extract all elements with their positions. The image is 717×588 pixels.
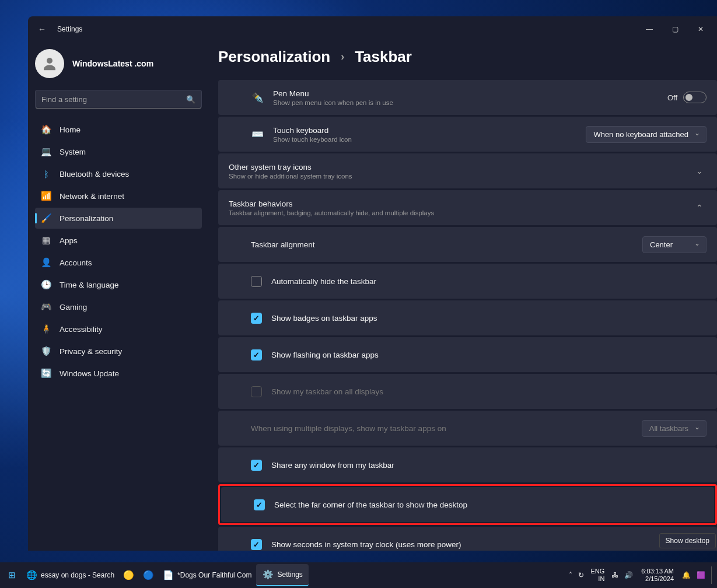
svg-point-0 [47, 58, 53, 64]
nav-home[interactable]: 🏠Home [35, 119, 202, 140]
seconds-checkbox[interactable] [251, 539, 262, 550]
back-button[interactable]: ← [32, 24, 53, 34]
copilot-icon[interactable]: 🟪 [697, 571, 705, 579]
nav-accounts[interactable]: 👤Accounts [35, 252, 202, 273]
main-content: Personalization › Taskbar ✒️ Pen Menu Sh… [209, 42, 717, 551]
row-show-badges[interactable]: Show badges on taskbar apps [218, 300, 717, 335]
volume-icon[interactable]: 🔊 [624, 571, 633, 579]
keyboard-icon: ⌨️ [251, 128, 264, 141]
clock-icon: 🕒 [41, 279, 51, 290]
pen-icon: ✒️ [251, 92, 264, 104]
row-multi-displays: When using multiple displays, show my ta… [218, 411, 717, 446]
sync-icon[interactable]: ↻ [578, 571, 584, 579]
pen-menu-toggle[interactable] [683, 92, 706, 103]
far-corner-checkbox[interactable] [254, 499, 265, 510]
close-button[interactable]: ✕ [688, 25, 713, 33]
sidebar: WindowsLatest .com 🔍 🏠Home 💻System ᛒBlue… [28, 42, 209, 551]
alignment-dropdown[interactable]: Center [642, 236, 706, 253]
tb-chrome-canary[interactable]: 🟡 [119, 564, 138, 586]
minimize-button[interactable]: — [636, 25, 662, 33]
show-desktop-edge[interactable] [711, 566, 715, 584]
chrome-icon: 🔵 [142, 569, 154, 581]
share-any-checkbox[interactable] [251, 460, 262, 471]
edge-icon: 🌐 [26, 569, 37, 581]
nav-accessibility[interactable]: 🧍Accessibility [35, 318, 202, 340]
tray-chevron-icon[interactable]: ˄ [569, 571, 572, 579]
nav-update[interactable]: 🔄Windows Update [35, 363, 202, 384]
update-icon: 🔄 [41, 368, 51, 379]
avatar [35, 49, 64, 78]
chevron-right-icon: › [341, 51, 344, 63]
row-show-seconds[interactable]: Show seconds in system tray clock (uses … [218, 527, 717, 551]
search-icon: 🔍 [186, 95, 195, 104]
tb-settings[interactable]: ⚙️Settings [256, 564, 308, 586]
nav-system[interactable]: 💻System [35, 141, 202, 162]
clock[interactable]: 6:03:13 AM 2/15/2024 [639, 568, 676, 583]
accounts-icon: 👤 [41, 257, 51, 268]
row-taskbar-behaviors[interactable]: Taskbar behaviors Taskbar alignment, bad… [218, 190, 717, 225]
nav-privacy[interactable]: 🛡️Privacy & security [35, 341, 202, 362]
auto-hide-checkbox[interactable] [251, 276, 262, 287]
start-button[interactable]: ⊞ [2, 564, 21, 586]
system-tray: ˄ ↻ ENG IN 🖧 🔊 6:03:13 AM 2/15/2024 🔔 🟪 [569, 566, 715, 584]
language-indicator[interactable]: ENG IN [590, 568, 606, 583]
system-icon: 💻 [41, 146, 51, 157]
row-touch-keyboard[interactable]: ⌨️ Touch keyboard Show touch keyboard ic… [218, 117, 717, 152]
row-share-any-window[interactable]: Share any window from my taskbar [218, 447, 717, 482]
nav-bluetooth[interactable]: ᛒBluetooth & devices [35, 163, 202, 184]
show-desktop-tooltip: Show desktop [659, 533, 716, 548]
nav-gaming[interactable]: 🎮Gaming [35, 296, 202, 317]
tb-notepad[interactable]: 📄*Dogs Our Faithful Com [159, 564, 255, 586]
shield-icon: 🛡️ [41, 346, 51, 356]
chrome-canary-icon: 🟡 [123, 569, 134, 581]
breadcrumb-current: Taskbar [355, 48, 412, 66]
row-far-corner[interactable]: Select the far corner of the taskbar to … [221, 487, 714, 522]
row-show-flashing[interactable]: Show flashing on taskbar apps [218, 337, 717, 372]
window-title: Settings [57, 25, 82, 33]
nav-apps[interactable]: ▦Apps [35, 230, 202, 251]
tb-chrome[interactable]: 🔵 [139, 564, 158, 586]
badges-checkbox[interactable] [251, 313, 262, 324]
notepad-icon: 📄 [162, 569, 174, 581]
search-box[interactable]: 🔍 [35, 90, 202, 108]
all-displays-checkbox [251, 386, 262, 397]
breadcrumb: Personalization › Taskbar [218, 42, 717, 80]
profile[interactable]: WindowsLatest .com [35, 42, 202, 90]
nav: 🏠Home 💻System ᛒBluetooth & devices 📶Netw… [35, 119, 202, 384]
row-taskbar-alignment: Taskbar alignment Center [218, 227, 717, 262]
tb-edge[interactable]: 🌐essay on dogs - Search [22, 564, 118, 586]
notification-icon[interactable]: 🔔 [682, 571, 691, 579]
gaming-icon: 🎮 [41, 302, 51, 312]
accessibility-icon: 🧍 [41, 324, 51, 334]
nav-network[interactable]: 📶Network & internet [35, 186, 202, 206]
wifi-icon: 📶 [41, 191, 51, 201]
touch-keyboard-dropdown[interactable]: When no keyboard attached [586, 126, 706, 143]
windows-icon: ⊞ [6, 569, 18, 581]
multi-displays-dropdown: All taskbars [642, 420, 706, 437]
gear-icon: ⚙️ [262, 569, 274, 580]
nav-time[interactable]: 🕒Time & language [35, 274, 202, 295]
taskbar: ⊞ 🌐essay on dogs - Search 🟡 🔵 📄*Dogs Our… [0, 562, 717, 588]
network-icon[interactable]: 🖧 [611, 571, 618, 579]
titlebar: ← Settings — ▢ ✕ [28, 16, 717, 42]
bluetooth-icon: ᛒ [41, 169, 51, 179]
profile-name: WindowsLatest .com [72, 59, 153, 68]
chevron-down-icon: ⌄ [692, 166, 706, 176]
apps-icon: ▦ [41, 235, 51, 246]
paint-icon: 🖌️ [41, 213, 51, 223]
settings-window: ← Settings — ▢ ✕ WindowsLatest .com 🔍 🏠H… [28, 16, 717, 551]
chevron-up-icon: ⌃ [692, 203, 706, 212]
maximize-button[interactable]: ▢ [662, 25, 688, 33]
highlight-box: Select the far corner of the taskbar to … [218, 484, 717, 525]
breadcrumb-parent[interactable]: Personalization [218, 48, 330, 66]
row-pen-menu[interactable]: ✒️ Pen Menu Show pen menu icon when pen … [218, 80, 717, 115]
search-input[interactable] [41, 95, 186, 104]
home-icon: 🏠 [41, 124, 51, 135]
row-auto-hide[interactable]: Automatically hide the taskbar [218, 264, 717, 299]
row-other-tray-icons[interactable]: Other system tray icons Show or hide add… [218, 153, 717, 188]
flashing-checkbox[interactable] [251, 349, 262, 360]
nav-personalization[interactable]: 🖌️Personalization [35, 208, 202, 229]
row-all-displays: Show my taskbar on all displays [218, 374, 717, 409]
